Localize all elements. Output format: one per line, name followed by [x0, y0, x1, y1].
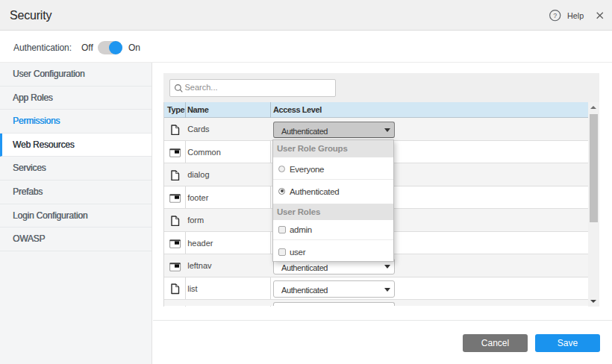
svg-text:?: ?: [553, 12, 557, 19]
